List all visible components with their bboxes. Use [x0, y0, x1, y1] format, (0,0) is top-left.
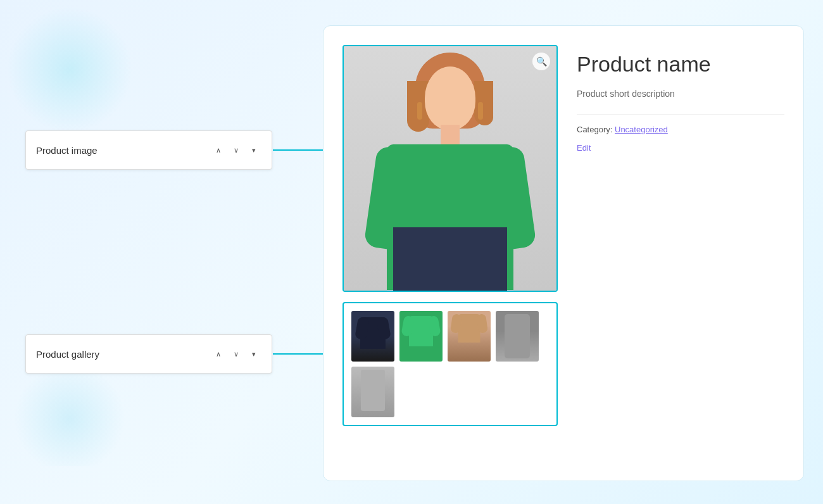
thumb-inner-2: [399, 311, 443, 362]
thumb-inner-3: [448, 311, 491, 362]
product-gallery-dropdown-button[interactable]: ▾: [246, 346, 261, 362]
info-divider: [577, 114, 784, 115]
thumbnail-5[interactable]: [351, 367, 394, 417]
product-gallery-panel: Product gallery ∧ ∨ ▾: [25, 334, 272, 374]
main-product-image[interactable]: 🔍: [342, 45, 558, 292]
up-chevron-icon-2: ∧: [216, 350, 221, 358]
product-image-panel: Product image ∧ ∨ ▾: [25, 130, 272, 170]
glow-bottom-left: [6, 371, 133, 466]
down-chevron-icon: ∨: [234, 146, 239, 154]
category-label: Category:: [577, 125, 612, 134]
product-image-label: Product image: [36, 145, 203, 156]
dropdown-icon-2: ▾: [252, 350, 256, 358]
down-chevron-icon-2: ∨: [234, 350, 239, 358]
thumb-inner-1: [351, 311, 394, 362]
figure-face: [425, 66, 475, 130]
page-wrapper: Product image ∧ ∨ ▾ Product gallery ∧: [0, 0, 823, 504]
product-image-down-button[interactable]: ∨: [229, 142, 244, 158]
figure-hair-right: [474, 81, 493, 125]
category-row: Category: Uncategorized: [577, 125, 784, 134]
sidebar-panels: Product image ∧ ∨ ▾ Product gallery ∧: [25, 130, 272, 374]
thumb-inner-4: [496, 311, 539, 362]
gallery-thumbnails: [342, 302, 558, 426]
edit-link[interactable]: Edit: [577, 143, 784, 153]
thumbnail-4[interactable]: [496, 311, 539, 362]
thumbnail-3[interactable]: [448, 311, 491, 362]
figure-pants: [393, 227, 507, 291]
product-name: Product name: [577, 51, 784, 77]
product-gallery-label: Product gallery: [36, 349, 203, 360]
thumb-inner-5: [351, 367, 394, 417]
thumbnail-1[interactable]: [351, 311, 394, 362]
thumbnail-2[interactable]: [399, 311, 443, 362]
figure-earring-left: [417, 102, 422, 120]
product-gallery-up-button[interactable]: ∧: [211, 346, 226, 362]
dropdown-icon: ▾: [252, 146, 256, 154]
product-gallery-controls: ∧ ∨ ▾: [211, 346, 261, 362]
category-link[interactable]: Uncategorized: [615, 125, 668, 134]
product-image-dropdown-button[interactable]: ▾: [246, 142, 261, 158]
product-images-column: 🔍: [342, 45, 558, 462]
product-info-column: Product name Product short description C…: [577, 45, 784, 462]
zoom-icon[interactable]: 🔍: [532, 53, 550, 70]
glow-top-left: [6, 6, 133, 133]
figure-neck: [441, 125, 460, 147]
product-figure: [344, 46, 556, 291]
product-image-controls: ∧ ∨ ▾: [211, 142, 261, 158]
up-chevron-icon: ∧: [216, 146, 221, 154]
figure-earring-right: [478, 102, 483, 120]
product-image-up-button[interactable]: ∧: [211, 142, 226, 158]
product-short-description: Product short description: [577, 89, 784, 99]
preview-panel: 🔍: [323, 25, 804, 481]
product-gallery-down-button[interactable]: ∨: [229, 346, 244, 362]
